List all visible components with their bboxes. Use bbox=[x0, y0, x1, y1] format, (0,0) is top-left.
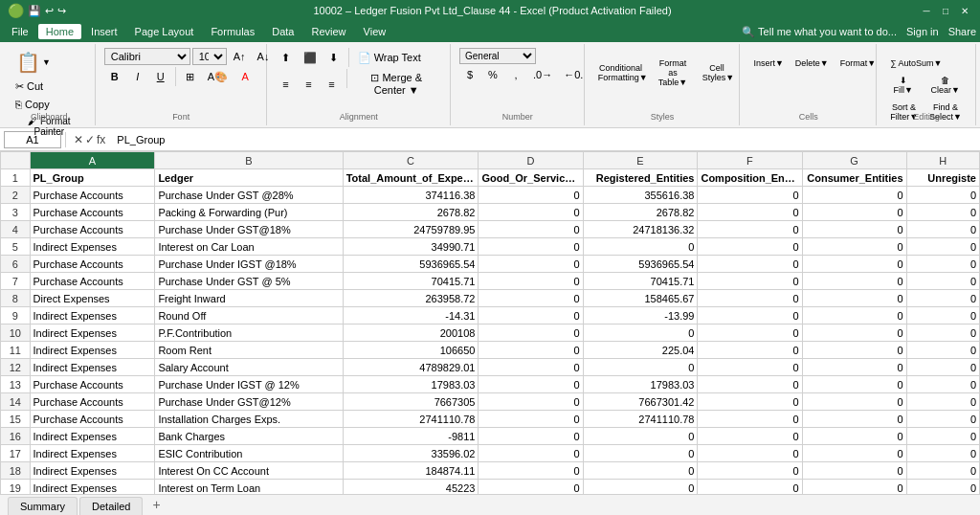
align-middle-button[interactable]: ⬛ bbox=[299, 48, 322, 67]
menu-view[interactable]: View bbox=[356, 24, 394, 39]
italic-button[interactable]: I bbox=[127, 67, 148, 86]
cell-F9[interactable]: 0 bbox=[698, 307, 802, 325]
delete-button[interactable]: Delete▼ bbox=[791, 56, 834, 71]
comma-style-button[interactable]: , bbox=[505, 66, 526, 83]
cell-G6[interactable]: 0 bbox=[802, 256, 906, 273]
sheet-tab-summary[interactable]: Summary bbox=[8, 497, 78, 515]
cell-E18[interactable]: 0 bbox=[583, 462, 698, 480]
number-format-select[interactable]: General bbox=[459, 48, 536, 64]
cell-B7[interactable]: Purchase Under GST @ 5% bbox=[155, 273, 343, 290]
cell-C19[interactable]: 45223 bbox=[343, 480, 479, 495]
cell-D19[interactable]: 0 bbox=[479, 480, 583, 495]
cell-H5[interactable]: 0 bbox=[906, 238, 979, 256]
cell-E8[interactable]: 158465.67 bbox=[583, 290, 698, 307]
menu-home[interactable]: Home bbox=[38, 24, 81, 39]
cell-E12[interactable]: 0 bbox=[583, 359, 698, 376]
formula-input[interactable]: PL_Group bbox=[113, 134, 976, 146]
cell-A11[interactable]: Indirect Expenses bbox=[30, 342, 155, 359]
cell-G15[interactable]: 0 bbox=[802, 411, 906, 428]
cell-C12[interactable]: 4789829.01 bbox=[343, 359, 479, 376]
increase-font-button[interactable]: A↑ bbox=[229, 48, 251, 65]
cell-G13[interactable]: 0 bbox=[802, 376, 906, 393]
cell-F6[interactable]: 0 bbox=[698, 256, 802, 273]
clear-button[interactable]: 🗑 Clear▼ bbox=[923, 73, 968, 98]
cell-H16[interactable]: 0 bbox=[906, 428, 979, 445]
add-sheet-button[interactable]: + bbox=[145, 494, 167, 515]
cell-A19[interactable]: Indirect Expenses bbox=[30, 480, 155, 495]
sheet-tab-detailed[interactable]: Detailed bbox=[79, 497, 143, 515]
window-controls[interactable]: ─ □ ✕ bbox=[919, 3, 972, 18]
cell-E9[interactable]: -13.99 bbox=[583, 307, 698, 325]
align-bottom-button[interactable]: ⬇ bbox=[323, 48, 345, 67]
cell-D10[interactable]: 0 bbox=[479, 325, 583, 342]
cell-B5[interactable]: Interest on Car Loan bbox=[155, 238, 343, 256]
cell-D4[interactable]: 0 bbox=[479, 221, 583, 238]
underline-button[interactable]: U bbox=[150, 67, 171, 86]
cell-E13[interactable]: 17983.03 bbox=[583, 376, 698, 393]
cell-G3[interactable]: 0 bbox=[802, 204, 906, 221]
cell-D16[interactable]: 0 bbox=[479, 428, 583, 445]
cell-G5[interactable]: 0 bbox=[802, 238, 906, 256]
format-as-table-button[interactable]: Format asTable▼ bbox=[650, 56, 695, 90]
cell-A9[interactable]: Indirect Expenses bbox=[30, 307, 155, 325]
cell-G18[interactable]: 0 bbox=[802, 462, 906, 480]
cell-D8[interactable]: 0 bbox=[479, 290, 583, 307]
cell-D9[interactable]: 0 bbox=[479, 307, 583, 325]
insert-function-icon[interactable]: fx bbox=[97, 133, 105, 146]
share-button[interactable]: Share bbox=[948, 26, 976, 37]
close-button[interactable]: ✕ bbox=[957, 3, 972, 18]
cell-H7[interactable]: 0 bbox=[906, 273, 979, 290]
cell-F11[interactable]: 0 bbox=[698, 342, 802, 359]
maximize-button[interactable]: □ bbox=[938, 3, 953, 18]
col-header-g[interactable]: G bbox=[802, 152, 906, 169]
cell-G10[interactable]: 0 bbox=[802, 325, 906, 342]
cell-C17[interactable]: 33596.02 bbox=[343, 445, 479, 462]
cell-B17[interactable]: ESIC Contribution bbox=[155, 445, 343, 462]
cell-F2[interactable]: 0 bbox=[698, 187, 802, 204]
cell-C5[interactable]: 34990.71 bbox=[343, 238, 479, 256]
cell-H17[interactable]: 0 bbox=[906, 445, 979, 462]
cell-E19[interactable]: 0 bbox=[583, 480, 698, 495]
cell-f1[interactable]: Composition_Entities bbox=[698, 169, 802, 187]
col-header-e[interactable]: E bbox=[583, 152, 698, 169]
font-select[interactable]: Calibri bbox=[104, 48, 190, 65]
menu-formulas[interactable]: Formulas bbox=[203, 24, 262, 39]
cell-D6[interactable]: 0 bbox=[479, 256, 583, 273]
cell-F7[interactable]: 0 bbox=[698, 273, 802, 290]
cell-B13[interactable]: Purchase Under IGST @ 12% bbox=[155, 376, 343, 393]
increase-decimal-button[interactable]: .0→ bbox=[528, 66, 557, 83]
cell-B6[interactable]: Purchase Under IGST @18% bbox=[155, 256, 343, 273]
minimize-button[interactable]: ─ bbox=[919, 3, 934, 18]
cell-A2[interactable]: Purchase Accounts bbox=[30, 187, 155, 204]
cell-B3[interactable]: Packing & Forwarding (Pur) bbox=[155, 204, 343, 221]
cell-H10[interactable]: 0 bbox=[906, 325, 979, 342]
cell-D7[interactable]: 0 bbox=[479, 273, 583, 290]
cell-C7[interactable]: 70415.71 bbox=[343, 273, 479, 290]
paste-button[interactable]: 📋 ▼ bbox=[11, 48, 87, 77]
cell-E6[interactable]: 5936965.54 bbox=[583, 256, 698, 273]
cell-A14[interactable]: Purchase Accounts bbox=[30, 393, 155, 411]
cell-G16[interactable]: 0 bbox=[802, 428, 906, 445]
cell-h1[interactable]: Unregiste bbox=[906, 169, 979, 187]
cell-B18[interactable]: Interest On CC Account bbox=[155, 462, 343, 480]
cell-D17[interactable]: 0 bbox=[479, 445, 583, 462]
cell-D18[interactable]: 0 bbox=[479, 462, 583, 480]
cell-E7[interactable]: 70415.71 bbox=[583, 273, 698, 290]
cell-D11[interactable]: 0 bbox=[479, 342, 583, 359]
cell-A5[interactable]: Indirect Expenses bbox=[30, 238, 155, 256]
cell-F18[interactable]: 0 bbox=[698, 462, 802, 480]
cell-G17[interactable]: 0 bbox=[802, 445, 906, 462]
cell-A18[interactable]: Indirect Expenses bbox=[30, 462, 155, 480]
wrap-text-button[interactable]: 📄 Wrap Text bbox=[353, 48, 426, 67]
cell-B10[interactable]: P.F.Contribution bbox=[155, 325, 343, 342]
menu-review[interactable]: Review bbox=[303, 24, 353, 39]
cell-C4[interactable]: 24759789.95 bbox=[343, 221, 479, 238]
col-header-f[interactable]: F bbox=[698, 152, 802, 169]
align-left-button[interactable]: ≡ bbox=[276, 69, 297, 99]
cell-F12[interactable]: 0 bbox=[698, 359, 802, 376]
cell-E3[interactable]: 2678.82 bbox=[583, 204, 698, 221]
cell-C18[interactable]: 184874.11 bbox=[343, 462, 479, 480]
cell-H11[interactable]: 0 bbox=[906, 342, 979, 359]
cell-H4[interactable]: 0 bbox=[906, 221, 979, 238]
cell-C10[interactable]: 200108 bbox=[343, 325, 479, 342]
